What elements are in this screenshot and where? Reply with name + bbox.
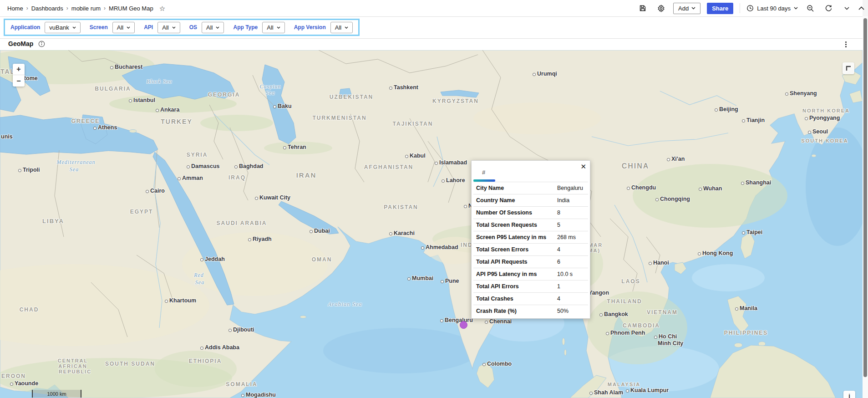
filter-dropdown[interactable]: All: [112, 22, 135, 33]
filter-pair: OS All: [189, 22, 224, 33]
filter-dropdown-value: vuBank: [49, 24, 69, 31]
tooltip-row-value: Bengaluru: [557, 185, 583, 191]
scale-label: 1000 km: [47, 391, 66, 397]
tooltip-row: Total API Requests 6: [473, 255, 588, 268]
map-tooltip: ✕ # City Name Bengaluru Country Name Ind…: [471, 160, 590, 319]
add-button[interactable]: Add: [673, 3, 700, 14]
map-scale-bar: 1000 km: [32, 390, 81, 398]
tooltip-row-label: API P95 Latency in ms: [473, 271, 557, 277]
info-icon[interactable]: [38, 41, 45, 49]
clock-icon: [746, 5, 754, 12]
breadcrumb-link[interactable]: mobile rum: [71, 5, 101, 12]
scrollbar-thumb[interactable]: [863, 18, 867, 377]
tooltip-row: Total Crashes 4: [473, 292, 588, 305]
session-marker-bengaluru[interactable]: [460, 321, 467, 329]
tooltip-row: Crash Rate (%) 50%: [473, 305, 588, 317]
breadcrumb-link[interactable]: Home: [7, 5, 23, 12]
filter-label: App Type: [233, 24, 258, 31]
tooltip-row: Total API Errors 1: [473, 280, 588, 292]
share-button[interactable]: Share: [707, 3, 733, 14]
filter-pair: API All: [144, 22, 180, 33]
filter-pair: Application vuBank: [10, 22, 81, 33]
tooltip-row: City Name Bengaluru: [473, 182, 588, 194]
favorite-star-icon[interactable]: ☆: [159, 5, 165, 12]
close-icon[interactable]: ✕: [580, 163, 586, 170]
filter-label: App Version: [294, 24, 326, 31]
filter-dropdown[interactable]: All: [262, 22, 284, 33]
chevron-down-icon: [172, 26, 176, 29]
filter-dropdown-value: All: [162, 24, 168, 31]
zoom-in-button[interactable]: +: [13, 64, 25, 75]
breadcrumb-separator: ›: [66, 5, 68, 11]
filter-dropdown-value: All: [335, 24, 341, 31]
chevron-down-icon: [216, 26, 219, 29]
chevron-down-icon: [345, 26, 348, 29]
tooltip-row-value: 1: [557, 283, 560, 290]
filter-dropdown-value: All: [267, 24, 273, 31]
share-button-label: Share: [712, 5, 728, 12]
top-bar-actions: Add Share Last 90 days: [637, 0, 853, 16]
zoom-out-icon[interactable]: [804, 2, 816, 14]
filter-dropdown-value: All: [117, 24, 123, 31]
tooltip-row-label: Crash Rate (%): [473, 308, 557, 314]
breadcrumb-link[interactable]: Dashboards: [31, 5, 63, 12]
tooltip-row-value: 6: [557, 259, 560, 265]
tooltip-rows: City Name Bengaluru Country Name India N…: [472, 182, 590, 317]
panel-kebab-menu-icon[interactable]: [842, 40, 850, 49]
tooltip-row: Screen P95 Latency in ms 268 ms: [473, 231, 588, 243]
tooltip-row-value: India: [557, 197, 569, 204]
tooltip-row-label: Total API Errors: [473, 283, 557, 290]
filter-pair: Screen All: [90, 22, 135, 33]
time-range-selector[interactable]: Last 90 days: [746, 5, 798, 12]
map-extent-icon[interactable]: [843, 62, 854, 74]
tooltip-title: #: [482, 169, 485, 176]
tooltip-row: API P95 Latency in ms 10.0 s: [473, 268, 588, 280]
tooltip-row-value: 50%: [557, 308, 569, 314]
map-canvas: [0, 50, 863, 398]
tooltip-row-value: 268 ms: [557, 234, 576, 240]
breadcrumb-separator: ›: [26, 5, 28, 11]
breadcrumb-item: Home ›: [7, 5, 28, 12]
tooltip-row-label: Screen P95 Latency in ms: [473, 234, 557, 240]
chevron-down-icon[interactable]: [841, 2, 853, 14]
chevron-down-icon: [72, 26, 76, 29]
tooltip-row-value: 4: [557, 296, 560, 302]
filter-dropdown[interactable]: All: [157, 22, 180, 33]
refresh-icon[interactable]: [822, 2, 834, 14]
vertical-scrollbar: [863, 16, 868, 398]
tooltip-row-label: Country Name: [473, 197, 557, 204]
tooltip-row-value: 5: [557, 222, 560, 228]
breadcrumb-link[interactable]: MRUM Geo Map: [109, 5, 153, 12]
panel-title: GeoMap: [8, 40, 33, 47]
geomap-panel-header: GeoMap: [0, 38, 863, 50]
filter-dropdown[interactable]: vuBank: [45, 22, 80, 33]
filter-label: OS: [189, 24, 197, 31]
filter-dropdown[interactable]: All: [202, 22, 224, 33]
tooltip-row-value: 8: [557, 209, 560, 216]
tooltip-row-label: Total Screen Errors: [473, 246, 557, 253]
filter-pair: App Version All: [294, 22, 353, 33]
geo-map[interactable]: + − 1000 km i: [0, 50, 863, 398]
app-root: Home › Dashboards › mobile rum › MRUM Ge…: [0, 0, 868, 398]
tooltip-row-value: 10.0 s: [557, 271, 573, 277]
tooltip-row: Total Screen Requests 5: [473, 219, 588, 231]
tooltip-row-value: 4: [557, 246, 560, 253]
tooltip-row: Total Screen Errors 4: [473, 243, 588, 255]
add-button-label: Add: [678, 5, 689, 12]
filter-label: Screen: [90, 24, 108, 31]
chevron-down-icon: [277, 26, 280, 29]
filter-label: Application: [10, 24, 40, 31]
zoom-out-button[interactable]: −: [13, 75, 25, 87]
collapse-chevron-up-icon[interactable]: [858, 4, 864, 12]
breadcrumb-separator: ›: [104, 5, 106, 11]
filter-dropdown[interactable]: All: [330, 22, 353, 33]
tooltip-row-label: Total API Requests: [473, 259, 557, 265]
tooltip-row: Country Name India: [473, 194, 588, 206]
save-icon[interactable]: [637, 2, 649, 14]
breadcrumb-item: MRUM Geo Map: [109, 5, 157, 12]
map-attribution-button[interactable]: i: [843, 391, 855, 398]
divider: [740, 3, 740, 13]
settings-gear-icon[interactable]: [655, 2, 667, 14]
filter-strip: Application vuBank Screen All API: [0, 16, 863, 39]
tooltip-row: Number Of Sessions 8: [473, 206, 588, 219]
